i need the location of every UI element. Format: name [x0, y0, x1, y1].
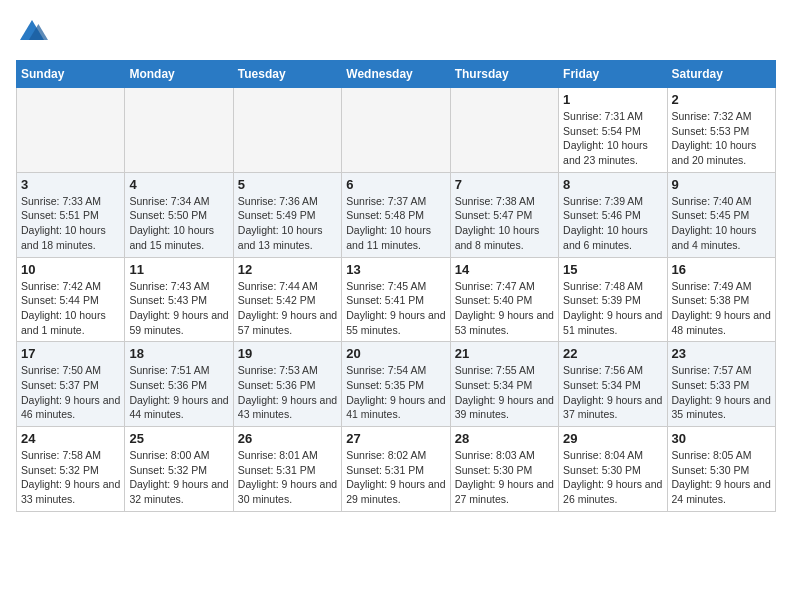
day-number: 16 [672, 262, 771, 277]
day-info: Sunrise: 7:53 AMSunset: 5:36 PMDaylight:… [238, 363, 337, 422]
day-info: Sunrise: 7:51 AMSunset: 5:36 PMDaylight:… [129, 363, 228, 422]
calendar-cell [17, 88, 125, 173]
day-number: 19 [238, 346, 337, 361]
calendar-cell: 28Sunrise: 8:03 AMSunset: 5:30 PMDayligh… [450, 427, 558, 512]
calendar-cell: 11Sunrise: 7:43 AMSunset: 5:43 PMDayligh… [125, 257, 233, 342]
day-info: Sunrise: 8:05 AMSunset: 5:30 PMDaylight:… [672, 448, 771, 507]
calendar-cell: 1Sunrise: 7:31 AMSunset: 5:54 PMDaylight… [559, 88, 667, 173]
day-number: 7 [455, 177, 554, 192]
calendar-cell: 8Sunrise: 7:39 AMSunset: 5:46 PMDaylight… [559, 172, 667, 257]
calendar-cell: 26Sunrise: 8:01 AMSunset: 5:31 PMDayligh… [233, 427, 341, 512]
calendar-cell: 22Sunrise: 7:56 AMSunset: 5:34 PMDayligh… [559, 342, 667, 427]
calendar-cell: 10Sunrise: 7:42 AMSunset: 5:44 PMDayligh… [17, 257, 125, 342]
calendar-cell: 14Sunrise: 7:47 AMSunset: 5:40 PMDayligh… [450, 257, 558, 342]
page-header [16, 16, 776, 48]
day-header-wednesday: Wednesday [342, 61, 450, 88]
day-info: Sunrise: 7:47 AMSunset: 5:40 PMDaylight:… [455, 279, 554, 338]
day-info: Sunrise: 7:32 AMSunset: 5:53 PMDaylight:… [672, 109, 771, 168]
day-info: Sunrise: 7:54 AMSunset: 5:35 PMDaylight:… [346, 363, 445, 422]
calendar-cell: 4Sunrise: 7:34 AMSunset: 5:50 PMDaylight… [125, 172, 233, 257]
day-info: Sunrise: 7:57 AMSunset: 5:33 PMDaylight:… [672, 363, 771, 422]
calendar-cell: 19Sunrise: 7:53 AMSunset: 5:36 PMDayligh… [233, 342, 341, 427]
calendar-cell: 5Sunrise: 7:36 AMSunset: 5:49 PMDaylight… [233, 172, 341, 257]
day-info: Sunrise: 7:49 AMSunset: 5:38 PMDaylight:… [672, 279, 771, 338]
day-info: Sunrise: 7:40 AMSunset: 5:45 PMDaylight:… [672, 194, 771, 253]
day-number: 18 [129, 346, 228, 361]
calendar-cell: 6Sunrise: 7:37 AMSunset: 5:48 PMDaylight… [342, 172, 450, 257]
day-number: 21 [455, 346, 554, 361]
day-number: 25 [129, 431, 228, 446]
calendar-cell [342, 88, 450, 173]
day-info: Sunrise: 8:03 AMSunset: 5:30 PMDaylight:… [455, 448, 554, 507]
day-info: Sunrise: 7:55 AMSunset: 5:34 PMDaylight:… [455, 363, 554, 422]
calendar-cell: 18Sunrise: 7:51 AMSunset: 5:36 PMDayligh… [125, 342, 233, 427]
day-info: Sunrise: 7:56 AMSunset: 5:34 PMDaylight:… [563, 363, 662, 422]
calendar-cell: 3Sunrise: 7:33 AMSunset: 5:51 PMDaylight… [17, 172, 125, 257]
day-number: 11 [129, 262, 228, 277]
day-number: 26 [238, 431, 337, 446]
calendar-cell: 9Sunrise: 7:40 AMSunset: 5:45 PMDaylight… [667, 172, 775, 257]
day-info: Sunrise: 8:01 AMSunset: 5:31 PMDaylight:… [238, 448, 337, 507]
day-number: 20 [346, 346, 445, 361]
day-info: Sunrise: 7:38 AMSunset: 5:47 PMDaylight:… [455, 194, 554, 253]
day-number: 9 [672, 177, 771, 192]
day-number: 5 [238, 177, 337, 192]
day-number: 17 [21, 346, 120, 361]
logo [16, 16, 52, 48]
calendar-cell: 27Sunrise: 8:02 AMSunset: 5:31 PMDayligh… [342, 427, 450, 512]
day-header-tuesday: Tuesday [233, 61, 341, 88]
day-info: Sunrise: 7:50 AMSunset: 5:37 PMDaylight:… [21, 363, 120, 422]
day-number: 30 [672, 431, 771, 446]
day-info: Sunrise: 8:00 AMSunset: 5:32 PMDaylight:… [129, 448, 228, 507]
calendar-cell [450, 88, 558, 173]
calendar-cell: 16Sunrise: 7:49 AMSunset: 5:38 PMDayligh… [667, 257, 775, 342]
day-header-monday: Monday [125, 61, 233, 88]
calendar-cell: 2Sunrise: 7:32 AMSunset: 5:53 PMDaylight… [667, 88, 775, 173]
day-info: Sunrise: 7:37 AMSunset: 5:48 PMDaylight:… [346, 194, 445, 253]
day-info: Sunrise: 7:33 AMSunset: 5:51 PMDaylight:… [21, 194, 120, 253]
logo-icon [16, 16, 48, 48]
calendar-cell [125, 88, 233, 173]
day-number: 24 [21, 431, 120, 446]
day-number: 27 [346, 431, 445, 446]
calendar-cell: 12Sunrise: 7:44 AMSunset: 5:42 PMDayligh… [233, 257, 341, 342]
calendar-cell: 25Sunrise: 8:00 AMSunset: 5:32 PMDayligh… [125, 427, 233, 512]
day-number: 15 [563, 262, 662, 277]
day-header-friday: Friday [559, 61, 667, 88]
calendar-table: SundayMondayTuesdayWednesdayThursdayFrid… [16, 60, 776, 512]
day-info: Sunrise: 7:36 AMSunset: 5:49 PMDaylight:… [238, 194, 337, 253]
day-info: Sunrise: 7:39 AMSunset: 5:46 PMDaylight:… [563, 194, 662, 253]
day-number: 29 [563, 431, 662, 446]
day-info: Sunrise: 7:58 AMSunset: 5:32 PMDaylight:… [21, 448, 120, 507]
day-info: Sunrise: 7:34 AMSunset: 5:50 PMDaylight:… [129, 194, 228, 253]
calendar-week-3: 10Sunrise: 7:42 AMSunset: 5:44 PMDayligh… [17, 257, 776, 342]
calendar-cell: 17Sunrise: 7:50 AMSunset: 5:37 PMDayligh… [17, 342, 125, 427]
day-number: 14 [455, 262, 554, 277]
day-number: 23 [672, 346, 771, 361]
calendar-week-2: 3Sunrise: 7:33 AMSunset: 5:51 PMDaylight… [17, 172, 776, 257]
day-number: 2 [672, 92, 771, 107]
day-number: 3 [21, 177, 120, 192]
calendar-cell: 15Sunrise: 7:48 AMSunset: 5:39 PMDayligh… [559, 257, 667, 342]
day-info: Sunrise: 7:43 AMSunset: 5:43 PMDaylight:… [129, 279, 228, 338]
calendar-cell: 21Sunrise: 7:55 AMSunset: 5:34 PMDayligh… [450, 342, 558, 427]
day-number: 6 [346, 177, 445, 192]
day-info: Sunrise: 7:31 AMSunset: 5:54 PMDaylight:… [563, 109, 662, 168]
day-info: Sunrise: 8:04 AMSunset: 5:30 PMDaylight:… [563, 448, 662, 507]
calendar-cell: 13Sunrise: 7:45 AMSunset: 5:41 PMDayligh… [342, 257, 450, 342]
day-info: Sunrise: 7:42 AMSunset: 5:44 PMDaylight:… [21, 279, 120, 338]
calendar-week-5: 24Sunrise: 7:58 AMSunset: 5:32 PMDayligh… [17, 427, 776, 512]
day-info: Sunrise: 7:48 AMSunset: 5:39 PMDaylight:… [563, 279, 662, 338]
day-header-saturday: Saturday [667, 61, 775, 88]
calendar-cell: 30Sunrise: 8:05 AMSunset: 5:30 PMDayligh… [667, 427, 775, 512]
day-info: Sunrise: 7:44 AMSunset: 5:42 PMDaylight:… [238, 279, 337, 338]
calendar-cell: 29Sunrise: 8:04 AMSunset: 5:30 PMDayligh… [559, 427, 667, 512]
day-number: 4 [129, 177, 228, 192]
day-number: 13 [346, 262, 445, 277]
day-number: 28 [455, 431, 554, 446]
day-header-thursday: Thursday [450, 61, 558, 88]
day-number: 10 [21, 262, 120, 277]
calendar-cell [233, 88, 341, 173]
calendar-cell: 20Sunrise: 7:54 AMSunset: 5:35 PMDayligh… [342, 342, 450, 427]
day-header-sunday: Sunday [17, 61, 125, 88]
